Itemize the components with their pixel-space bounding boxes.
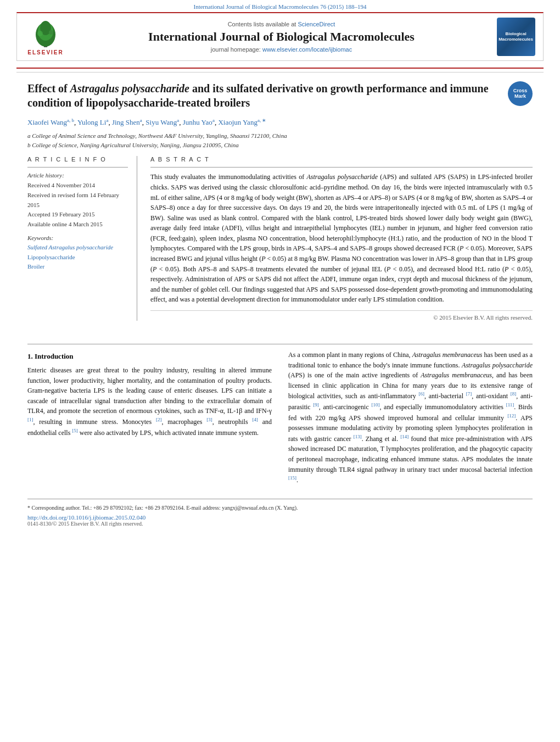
article-title-text: Effect of Astragalus polysaccharide and … bbox=[27, 82, 489, 109]
doi-anchor[interactable]: http://dx.doi.org/10.1016/j.ijbiomac.201… bbox=[27, 514, 145, 521]
journal-citation-bar: International Journal of Biological Macr… bbox=[0, 0, 560, 12]
abstract-body-text: This study evaluates the immunomodulatin… bbox=[150, 173, 533, 303]
introduction-right-text: As a common plant in many regions of Chi… bbox=[288, 350, 533, 486]
svg-point-4 bbox=[37, 31, 43, 36]
contents-available-label: Contents lists available at ScienceDirec… bbox=[73, 21, 490, 27]
journal-center-info: Contents lists available at ScienceDirec… bbox=[73, 21, 490, 53]
abstract-header: A B S T R A C T bbox=[150, 156, 533, 163]
doi-link: http://dx.doi.org/10.1016/j.ijbiomac.201… bbox=[27, 514, 533, 521]
page: International Journal of Biological Macr… bbox=[0, 0, 560, 742]
affiliation-a: a College of Animal Science and Technolo… bbox=[27, 131, 533, 141]
introduction-left-text: Enteric diseases are great threat to the… bbox=[27, 365, 272, 438]
revised-date: Received in revised form 14 February 201… bbox=[27, 191, 128, 210]
journal-title: International Journal of Biological Macr… bbox=[73, 30, 490, 44]
body-right-column: As a common plant in many regions of Chi… bbox=[288, 350, 533, 490]
journal-logo: Biological Macromolecules bbox=[495, 18, 536, 56]
body-columns: 1. Introduction Enteric diseases are gre… bbox=[0, 350, 560, 490]
issn-line: 0141-8130/© 2015 Elsevier B.V. All right… bbox=[27, 521, 533, 527]
info-abstract-layout: A R T I C L E I N F O Article history: R… bbox=[27, 156, 533, 321]
body-divider bbox=[27, 344, 533, 344]
abstract-column: A B S T R A C T This study evaluates the… bbox=[150, 156, 533, 321]
keywords-section: Keywords: Sulfated Astragalus polysaccha… bbox=[27, 235, 128, 272]
authors-line: Xiaofei Wanga, b, Yulong Lia, Jing Shena… bbox=[27, 118, 533, 127]
journal-homepage: journal homepage: www.elsevier.com/locat… bbox=[73, 46, 490, 53]
keyword-2: Lipopolysaccharide bbox=[27, 253, 128, 263]
received-date: Received 4 November 2014 bbox=[27, 181, 128, 191]
body-left-column: 1. Introduction Enteric diseases are gre… bbox=[27, 350, 272, 490]
abstract-text: This study evaluates the immunomodulatin… bbox=[150, 172, 533, 305]
elsevier-brand-text: ELSEVIER bbox=[27, 49, 63, 55]
copyright-line: © 2015 Elsevier B.V. All rights reserved… bbox=[150, 310, 533, 321]
homepage-link[interactable]: www.elsevier.com/locate/ijbiomac bbox=[262, 46, 352, 53]
article-info-header: A R T I C L E I N F O bbox=[27, 156, 128, 163]
history-label: Article history: bbox=[27, 172, 128, 178]
article-info-column: A R T I C L E I N F O Article history: R… bbox=[27, 156, 137, 321]
article-title: Effect of Astragalus polysaccharide and … bbox=[27, 81, 533, 110]
elsevier-logo: ELSEVIER bbox=[24, 18, 68, 55]
affiliations: a College of Animal Science and Technolo… bbox=[27, 131, 533, 149]
journal-header: ELSEVIER Contents lists available at Sci… bbox=[16, 12, 544, 61]
affiliation-b: b College of Science, Nanjing Agricultur… bbox=[27, 141, 533, 150]
introduction-title: 1. Introduction bbox=[27, 352, 272, 361]
footer: * Corresponding author. Tel.: +86 29 870… bbox=[0, 490, 560, 532]
online-date: Available online 4 March 2015 bbox=[27, 220, 128, 230]
abstract-divider bbox=[150, 167, 533, 168]
crossmark-badge[interactable]: CrossMark bbox=[508, 81, 533, 106]
header-thick-divider bbox=[16, 68, 544, 69]
corresponding-author-note: * Corresponding author. Tel.: +86 29 870… bbox=[27, 504, 533, 512]
article-content: Effect of Astragalus polysaccharide and … bbox=[0, 72, 560, 338]
keyword-3: Broiler bbox=[27, 262, 128, 272]
info-divider bbox=[27, 167, 128, 168]
footer-divider bbox=[27, 499, 533, 499]
sciencedirect-link[interactable]: ScienceDirect bbox=[298, 21, 335, 27]
journal-logo-image: Biological Macromolecules bbox=[497, 18, 535, 56]
keywords-label: Keywords: bbox=[27, 235, 128, 241]
keyword-1: Sulfated Astragalus polysaccharide bbox=[27, 243, 128, 253]
elsevier-tree-icon bbox=[29, 18, 62, 48]
journal-citation-text: International Journal of Biological Macr… bbox=[194, 3, 367, 10]
accepted-date: Accepted 19 February 2015 bbox=[27, 210, 128, 220]
svg-point-5 bbox=[49, 30, 53, 35]
